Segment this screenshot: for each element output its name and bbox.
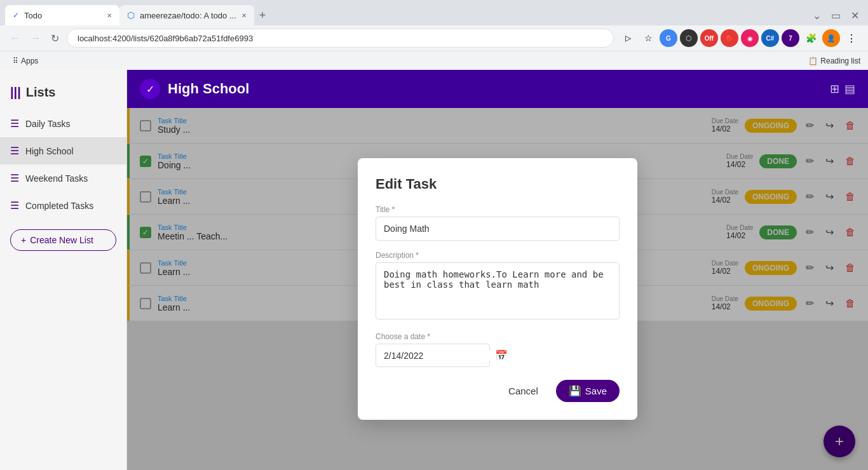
reading-list-button[interactable]: 📋 Reading list: [808, 57, 860, 65]
modal-actions: Cancel 💾 Save: [376, 380, 620, 402]
tab-github-close[interactable]: ✕: [241, 12, 247, 19]
sidebar-item-daily-tasks-label: Daily Tasks: [25, 119, 71, 129]
modal-overlay: Edit Task Title * Description * Doing ma…: [127, 108, 868, 470]
bookmark-star-icon[interactable]: ☆: [639, 29, 657, 47]
title-input[interactable]: [376, 217, 620, 241]
create-list-plus-icon: +: [21, 235, 26, 245]
high-school-icon: ☰: [10, 145, 19, 157]
reading-list-icon: 📋: [808, 57, 818, 65]
reload-button[interactable]: ↻: [48, 30, 62, 47]
sidebar-item-completed-tasks-label: Completed Tasks: [25, 201, 93, 211]
tab-bar: ✓ Todo ✕ ⬡ ameerezae/todo: A todo ... ✕ …: [0, 0, 868, 25]
back-button[interactable]: ←: [8, 30, 23, 46]
sidebar-item-completed-tasks[interactable]: ☰ Completed Tasks: [0, 192, 126, 219]
url-bar[interactable]: localhost:4200/lists/620a8f9b6ab72a51fdf…: [67, 29, 614, 48]
tab-github-label: ameerezae/todo: A todo ...: [140, 11, 236, 20]
browser-chrome: ✓ Todo ✕ ⬡ ameerezae/todo: A todo ... ✕ …: [0, 0, 868, 70]
reading-list-label: Reading list: [820, 57, 860, 65]
sidebar-item-daily-tasks[interactable]: ☰ Daily Tasks: [0, 110, 126, 137]
date-label: Choose a date *: [376, 332, 620, 341]
main-content: ✓ High School ⊞ ▤ Task Title Study ... D…: [127, 70, 868, 470]
minimize-button[interactable]: ⌄: [809, 8, 825, 23]
maximize-button[interactable]: ▭: [827, 8, 844, 23]
ext1-icon[interactable]: Off: [700, 29, 718, 47]
app-layout: ||| Lists ☰ Daily Tasks ☰ High School ☰ …: [0, 70, 868, 470]
profile-icon[interactable]: 👤: [822, 29, 840, 47]
tasks-area: Task Title Study ... Due Date 14/02 ONGO…: [127, 108, 868, 470]
apps-bookmark[interactable]: ⠿ Apps: [8, 55, 43, 67]
sidebar-item-weekend-tasks[interactable]: ☰ Weekend Tasks: [0, 164, 126, 192]
description-label: Description *: [376, 251, 620, 260]
create-list-label: Create New List: [30, 235, 93, 245]
url-text: localhost:4200/lists/620a8f9b6ab72a51fdf…: [78, 34, 253, 43]
tab-todo-label: Todo: [24, 11, 42, 20]
tab-github[interactable]: ⬡ ameerezae/todo: A todo ... ✕: [119, 5, 254, 25]
menu-icon[interactable]: ⋮: [843, 29, 860, 47]
edit-task-modal: Edit Task Title * Description * Doing ma…: [358, 158, 637, 420]
tab-todo[interactable]: ✓ Todo ✕: [5, 5, 119, 25]
title-form-group: Title *: [376, 205, 620, 241]
forward-button[interactable]: →: [28, 30, 43, 46]
toolbar-icons: ▷ ☆ G ⬡ Off 🔴 ◉ C# 7 🧩 👤 ⋮: [619, 29, 860, 47]
github-ext-icon[interactable]: ⬡: [680, 29, 698, 47]
todo-tab-icon: ✓: [13, 11, 19, 20]
date-input[interactable]: [384, 351, 495, 361]
calendar-icon[interactable]: 📅: [495, 349, 508, 361]
create-list-button[interactable]: + Create New List: [10, 229, 116, 251]
github-tab-icon: ⬡: [127, 10, 135, 20]
header-check-icon: ✓: [146, 83, 154, 95]
completed-tasks-icon: ☰: [10, 199, 19, 211]
new-tab-button[interactable]: +: [254, 9, 271, 22]
save-button[interactable]: 💾 Save: [556, 380, 620, 402]
address-bar: ← → ↻ localhost:4200/lists/620a8f9b6ab72…: [0, 25, 868, 51]
ext5-icon[interactable]: 7: [782, 29, 799, 47]
cast-icon[interactable]: ▷: [619, 29, 637, 47]
title-label: Title *: [376, 205, 620, 214]
close-button[interactable]: ✕: [847, 8, 863, 23]
sidebar-item-weekend-tasks-label: Weekend Tasks: [25, 173, 88, 184]
date-form-group: Choose a date * 📅: [376, 332, 620, 367]
sidebar-item-high-school-label: High School: [25, 146, 74, 156]
description-form-group: Description * Doing math homeworks.To Le…: [376, 251, 620, 322]
save-label: Save: [585, 386, 607, 396]
daily-tasks-icon: ☰: [10, 117, 19, 130]
puzzle-icon[interactable]: 🧩: [802, 29, 820, 47]
header-list-view-button[interactable]: ▤: [844, 82, 855, 96]
apps-label: Apps: [21, 57, 38, 65]
window-controls: ⌄ ▭ ✕: [809, 8, 863, 23]
sidebar: ||| Lists ☰ Daily Tasks ☰ High School ☰ …: [0, 70, 127, 470]
header-grid-view-button[interactable]: ⊞: [830, 82, 839, 96]
translate-icon[interactable]: G: [660, 29, 677, 47]
header-title: High School: [168, 81, 249, 97]
ext4-icon[interactable]: C#: [761, 29, 779, 47]
header-actions: ⊞ ▤: [830, 82, 855, 96]
bookmarks-bar: ⠿ Apps 📋 Reading list: [0, 51, 868, 70]
tab-todo-close[interactable]: ✕: [107, 12, 112, 19]
ext3-icon[interactable]: ◉: [741, 29, 759, 47]
cancel-button[interactable]: Cancel: [498, 380, 548, 401]
header-icon-circle: ✓: [140, 79, 160, 99]
lists-icon: |||: [10, 85, 21, 100]
sidebar-header: ||| Lists: [0, 80, 126, 110]
ext2-icon[interactable]: 🔴: [721, 29, 738, 47]
save-icon: 💾: [569, 385, 581, 397]
sidebar-item-high-school[interactable]: ☰ High School: [0, 137, 126, 164]
description-input[interactable]: Doing math homeworks.To Learn more and b…: [376, 262, 620, 319]
date-input-wrapper: 📅: [376, 344, 490, 367]
main-header: ✓ High School ⊞ ▤: [127, 70, 868, 108]
modal-title: Edit Task: [376, 176, 620, 192]
apps-grid-icon: ⠿: [13, 57, 18, 65]
sidebar-title: Lists: [26, 85, 56, 100]
weekend-tasks-icon: ☰: [10, 172, 19, 184]
